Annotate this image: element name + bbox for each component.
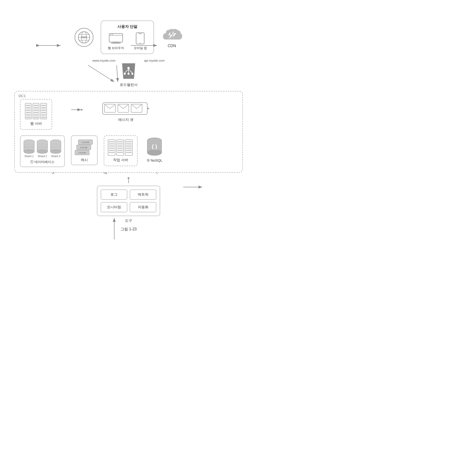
svg-rect-101 xyxy=(117,141,123,142)
svg-rect-44 xyxy=(26,117,31,118)
svg-rect-53 xyxy=(41,105,46,106)
nosql-label: ② NoSQL xyxy=(147,158,162,163)
svg-point-32 xyxy=(124,73,126,75)
svg-text:{ }: { } xyxy=(152,143,157,150)
svg-rect-105 xyxy=(117,150,123,151)
svg-rect-47 xyxy=(34,107,38,108)
db-label: ① 데이터베이스 xyxy=(30,160,54,164)
svg-rect-43 xyxy=(26,114,31,116)
svg-rect-58 xyxy=(41,117,46,118)
cache-box: CACHE CACHE CACHE 캐시 xyxy=(71,136,98,165)
svg-rect-98 xyxy=(109,150,115,151)
svg-point-24 xyxy=(112,34,113,35)
svg-point-68 xyxy=(24,150,34,153)
svg-text:CACHE: CACHE xyxy=(80,146,87,149)
mobile-label: 모바일 앱 xyxy=(134,46,147,50)
cdn-area: CDN xyxy=(161,26,183,48)
svg-rect-42 xyxy=(26,112,31,113)
load-balancer-icon: 로드밸런서 xyxy=(120,63,137,87)
svg-point-75 xyxy=(37,150,48,153)
svg-rect-49 xyxy=(34,112,38,113)
svg-rect-40 xyxy=(26,107,31,108)
tool-automation: 자동화 xyxy=(130,202,156,212)
svg-rect-96 xyxy=(109,145,115,147)
svg-point-31 xyxy=(127,67,130,69)
worker-label: 작업 서버 xyxy=(113,158,128,162)
svg-rect-102 xyxy=(117,143,123,144)
dc1-label: DC1 xyxy=(18,94,26,98)
svg-marker-65 xyxy=(147,107,150,110)
svg-point-33 xyxy=(128,73,130,75)
worker-box: 작업 서버 xyxy=(104,136,137,166)
shard3: Shard 3 xyxy=(50,139,61,157)
mq-label: 메시지 큐 xyxy=(118,118,134,122)
svg-text:CACHE: CACHE xyxy=(82,141,89,143)
user-device-box: 사용자 단말 웹 브라우저 xyxy=(101,20,154,54)
svg-point-82 xyxy=(51,150,61,153)
webserver-box: 웹 서버 xyxy=(20,99,52,130)
webserver-label: 웹 서버 xyxy=(30,121,42,126)
svg-rect-25 xyxy=(136,33,144,44)
shard1: Shard 1 xyxy=(23,139,35,157)
svg-point-116 xyxy=(147,150,162,155)
svg-rect-55 xyxy=(41,109,46,111)
svg-rect-95 xyxy=(109,143,115,144)
lb-label: 로드밸런서 xyxy=(120,83,137,87)
url-www: www.mysite.com xyxy=(92,59,116,62)
message-queue: 메시지 큐 xyxy=(102,102,150,122)
svg-marker-60 xyxy=(81,109,83,111)
svg-rect-110 xyxy=(126,145,132,147)
tool-log: 로그 xyxy=(101,189,127,200)
svg-text:CACHE: CACHE xyxy=(78,152,86,154)
svg-rect-97 xyxy=(109,148,115,149)
svg-rect-57 xyxy=(41,114,46,116)
svg-rect-104 xyxy=(117,148,123,149)
cache-label: 캐시 xyxy=(81,158,88,162)
browser-label: 웹 브라우저 xyxy=(108,46,124,50)
svg-rect-56 xyxy=(41,112,46,113)
shard3-label: Shard 3 xyxy=(51,155,60,157)
shard1-label: Shard 1 xyxy=(24,155,34,157)
svg-rect-108 xyxy=(126,141,132,142)
mobile-device: 모바일 앱 xyxy=(134,32,147,50)
tool-monitoring: 모니터링 xyxy=(101,202,127,212)
svg-rect-99 xyxy=(109,152,115,153)
tool-metric: 메트릭 xyxy=(130,189,156,200)
user-section-title: 사용자 단말 xyxy=(117,24,137,29)
svg-rect-41 xyxy=(26,109,31,111)
svg-point-23 xyxy=(110,34,111,35)
url-api: api.mysite.com xyxy=(144,59,165,62)
tools-section: 로그 메트릭 모니터링 자동화 도구 xyxy=(14,178,243,223)
cdn-label: CDN xyxy=(168,44,176,48)
svg-rect-103 xyxy=(117,145,123,147)
database-box: Shard 1 xyxy=(20,136,65,167)
svg-rect-112 xyxy=(126,150,132,151)
svg-rect-94 xyxy=(109,141,115,142)
svg-rect-51 xyxy=(34,117,38,118)
shard2: Shard 2 xyxy=(37,139,48,157)
web-browser-device: 웹 브라우저 xyxy=(108,33,124,50)
svg-rect-21 xyxy=(113,42,119,43)
dc1-container: DC1 xyxy=(14,91,243,173)
svg-rect-26 xyxy=(138,33,142,34)
svg-point-27 xyxy=(140,43,141,44)
shard2-label: Shard 2 xyxy=(38,155,47,157)
svg-rect-48 xyxy=(34,109,38,111)
svg-rect-106 xyxy=(117,152,123,153)
svg-rect-109 xyxy=(126,143,132,144)
svg-rect-50 xyxy=(34,114,38,116)
svg-rect-46 xyxy=(34,105,38,106)
figure-label: 그림 1-23 xyxy=(14,227,243,232)
svg-point-34 xyxy=(131,73,133,75)
svg-rect-111 xyxy=(126,148,132,149)
svg-rect-113 xyxy=(126,152,132,153)
svg-text:DNS: DNS xyxy=(81,36,87,39)
svg-rect-54 xyxy=(41,107,46,108)
nosql-area: { } ② NoSQL xyxy=(146,137,163,163)
tools-box: 로그 메트릭 모니터링 자동화 xyxy=(97,186,160,216)
svg-rect-39 xyxy=(26,105,31,106)
dns-icon: DNS xyxy=(74,28,94,47)
tools-label: 도구 xyxy=(125,219,132,223)
